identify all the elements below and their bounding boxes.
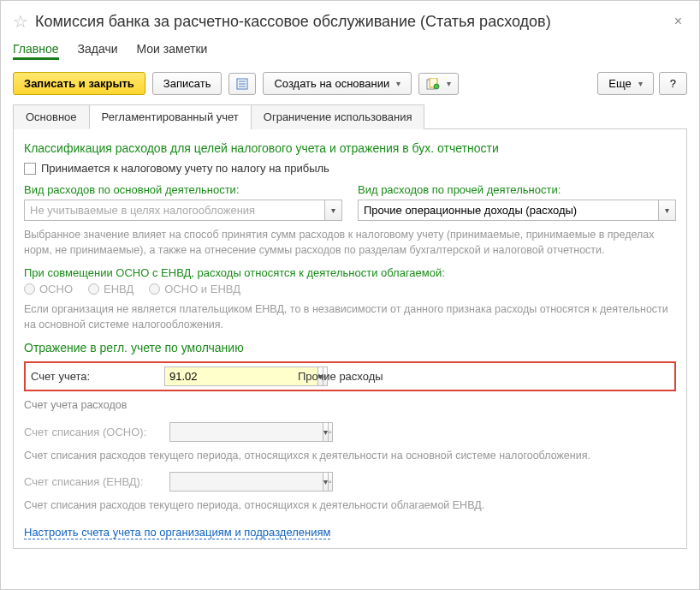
- more-button[interactable]: Еще: [597, 72, 653, 95]
- help-text-3: Счет списания расходов текущего периода,…: [24, 449, 676, 464]
- help-button[interactable]: ?: [659, 72, 687, 95]
- create-based-button[interactable]: Создать на основании: [263, 72, 412, 95]
- account-input[interactable]: [164, 367, 318, 386]
- help-text-2: Если организация не является плательщико…: [24, 302, 676, 332]
- toolbar: Записать и закрыть Записать Создать на о…: [13, 63, 687, 104]
- nav-tab-main[interactable]: Главное: [13, 40, 59, 60]
- nav-tab-notes[interactable]: Мои заметки: [137, 40, 208, 60]
- other-activity-dropdown[interactable]: ▾: [659, 200, 676, 221]
- document-icon: [426, 78, 440, 90]
- main-activity-input[interactable]: [24, 200, 325, 221]
- save-close-button[interactable]: Записать и закрыть: [13, 72, 145, 95]
- writeoff-osno-open: ▫: [329, 422, 333, 442]
- help-text-4: Счет списания расходов текущего периода,…: [24, 498, 676, 514]
- radio-osno[interactable]: [24, 283, 35, 295]
- attach-button[interactable]: [418, 73, 459, 95]
- nav-tabs: Главное Задачи Мои заметки: [13, 40, 687, 63]
- writeoff-osno-input: [169, 422, 323, 442]
- radio-osno-label: ОСНО: [39, 283, 73, 295]
- writeoff-osno-label: Счет списания (ОСНО):: [24, 426, 169, 438]
- svg-point-6: [434, 84, 439, 89]
- favorite-star-icon[interactable]: ☆: [13, 11, 28, 32]
- other-activity-input[interactable]: [358, 200, 659, 221]
- list-button[interactable]: [228, 73, 256, 95]
- configure-accounts-link[interactable]: Настроить счета учета по организациям и …: [24, 526, 330, 539]
- combine-label: При совмещении ОСНО с ЕНВД, расходы отно…: [24, 266, 676, 279]
- subtab-restriction[interactable]: Ограничение использования: [251, 104, 425, 129]
- writeoff-envd-input: [169, 472, 323, 492]
- account-label: Счет учета:: [31, 370, 159, 383]
- subtab-main[interactable]: Основное: [13, 104, 90, 129]
- close-icon[interactable]: ×: [669, 12, 687, 31]
- writeoff-envd-label: Счет списания (ЕНВД):: [24, 475, 169, 488]
- subtab-regulated[interactable]: Регламентированный учет: [89, 104, 252, 129]
- tax-accepted-checkbox[interactable]: [24, 163, 36, 175]
- writeoff-envd-open: ▫: [329, 472, 333, 492]
- window-title: Комиссия банка за расчетно-кассовое обсл…: [35, 13, 662, 31]
- account-description: Прочие расходы: [298, 370, 383, 383]
- subtabs: Основное Регламентированный учет Огранич…: [13, 104, 687, 129]
- radio-both[interactable]: [149, 283, 160, 295]
- main-activity-dropdown[interactable]: ▾: [325, 200, 342, 221]
- highlighted-account-row: Счет учета: ▾ ▫ Прочие расходы: [24, 361, 676, 391]
- radio-both-label: ОСНО и ЕНВД: [164, 283, 240, 295]
- nav-tab-tasks[interactable]: Задачи: [78, 40, 118, 60]
- radio-envd-label: ЕНВД: [104, 283, 133, 295]
- list-icon: [236, 78, 248, 90]
- section-reflection-title: Отражение в регл. учете по умолчанию: [24, 341, 676, 355]
- section-classification-title: Классификация расходов для целей налогов…: [24, 141, 676, 155]
- help-text-1: Выбранное значение влияет на способ прин…: [24, 228, 676, 258]
- main-activity-label: Вид расходов по основной деятельности:: [24, 183, 342, 196]
- radio-envd[interactable]: [88, 283, 99, 295]
- tax-accepted-label: Принимается к налоговому учету по налогу…: [41, 162, 329, 175]
- expense-account-label: Счет учета расходов: [24, 398, 676, 414]
- other-activity-label: Вид расходов по прочей деятельности:: [358, 183, 676, 196]
- save-button[interactable]: Записать: [152, 72, 222, 95]
